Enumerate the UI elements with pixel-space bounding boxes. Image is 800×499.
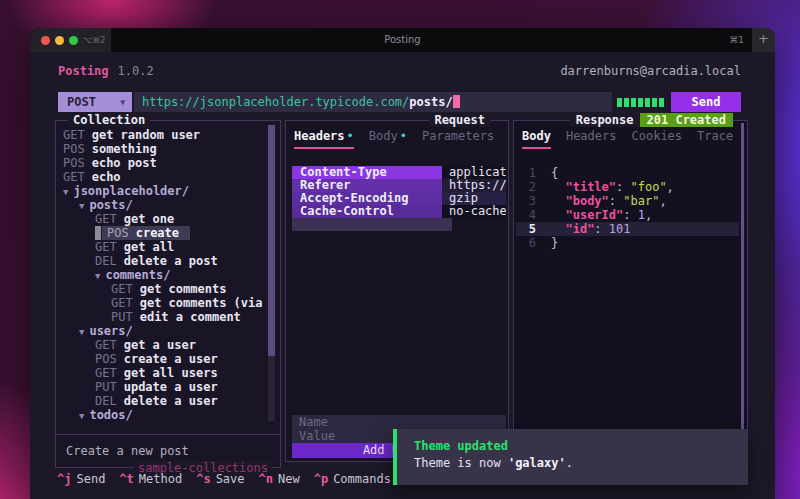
request-tab-body[interactable]: Body• [369,129,407,149]
request-tab-parameters[interactable]: Parameters [422,129,494,149]
header-value-cell: gzip [442,192,506,205]
header-name-input[interactable]: Name [292,415,506,429]
json-token: { [551,166,558,180]
collection-scrollbar[interactable] [268,125,275,421]
collection-panel-title: Collection [68,113,150,127]
request-headers-table: Content-TypeapplicationRefererhttps://ex… [292,166,506,231]
tree-item[interactable]: POScreate [58,226,266,240]
request-headers-rows: Content-TypeapplicationRefererhttps://ex… [292,166,506,218]
request-method-label: GET [95,338,117,352]
request-name-label: get comments [140,282,227,296]
keybinding-label: Commands [333,472,391,486]
header-row[interactable]: Refererhttps://exa [292,179,506,192]
keybinding-save[interactable]: ^sSave [196,471,244,487]
json-token: "body" [565,194,608,208]
activity-block [617,98,622,107]
tree-item[interactable]: GETget comments [58,282,266,296]
response-scrollbar[interactable] [741,123,744,459]
folder-name: users/ [89,324,132,338]
header-value-cell: https://exa [442,179,506,192]
headers-cursor-row[interactable] [292,218,452,231]
keybinding-key: ^t [119,472,133,486]
request-method-label: GET [95,212,117,226]
app-name-version: Posting1.0.2 [58,63,154,79]
keybinding-label: Method [139,472,182,486]
toast-notification: Theme updated Theme is now 'galaxy'. [393,429,748,485]
tab-shortcut-label: ⌘1 [729,28,744,52]
tree-folder[interactable]: ▼users/ [58,324,266,338]
json-line: 3 "body": "bar", [516,194,739,208]
keybinding-send[interactable]: ^jSend [57,471,105,487]
folder-name: jsonplaceholder/ [73,184,189,198]
header-row[interactable]: Cache-Controlno-cache [292,205,506,218]
request-tab-headers[interactable]: Headers• [294,129,354,149]
response-tab-trace[interactable]: Trace [697,129,733,149]
tree-item[interactable]: DELdelete a user [58,394,266,408]
request-name-label: echo post [92,156,157,170]
activity-block [631,98,636,107]
line-number: 2 [516,180,536,194]
response-title-group: Response201 Created [570,113,733,127]
header-row[interactable]: Content-Typeapplication [292,166,506,179]
header-name-cell: Referer [292,179,442,192]
keybinding-label: Save [216,472,245,486]
chevron-down-icon: ▼ [120,93,125,113]
json-token: 101 [609,222,631,236]
tree-item[interactable]: GETget all users [58,366,266,380]
tree-item[interactable]: GETget all [58,240,266,254]
folder-caret-icon: ▼ [63,187,68,197]
tree-item[interactable]: PUTedit a comment [58,310,266,324]
response-tab-body[interactable]: Body [522,129,551,149]
tree-item[interactable]: POSsomething [58,142,266,156]
request-name-label: get comments (via p [140,296,266,310]
tree-folder[interactable]: ▼posts/ [58,198,266,212]
request-method-label: POS [95,352,117,366]
tree-item[interactable]: GETget a user [58,338,266,352]
tree-item[interactable]: GETget comments (via p [58,296,266,310]
keybinding-new[interactable]: ^nNew [259,471,300,487]
new-tab-button[interactable]: + [752,28,775,52]
line-number: 5 [516,222,536,236]
json-token: , [667,180,674,194]
keybinding-label: Send [76,472,105,486]
tree-item[interactable]: DELdelete a post [58,254,266,268]
request-method-label: GET [111,296,133,310]
tree-item[interactable]: GETget random user [58,128,266,142]
url-input[interactable]: https://jsonplaceholder.typicode.com/pos… [134,92,612,112]
modified-dot-icon: • [400,129,407,143]
header-name-cell: Cache-Control [292,205,442,218]
request-name-label: edit a comment [140,310,241,324]
json-line: 5 "id": 101 [516,222,739,236]
json-line: 1{ [516,166,739,180]
keybinding-commands[interactable]: ^pCommands [314,471,391,487]
request-name-label: delete a post [124,254,218,268]
tree-folder[interactable]: ▼todos/ [58,408,266,422]
header-name-cell: Content-Type [292,166,442,179]
json-token: , [659,194,666,208]
tree-item[interactable]: GETecho [58,170,266,184]
tree-folder[interactable]: ▼comments/ [58,268,266,282]
tree-item[interactable]: GETget one [58,212,266,226]
folder-caret-icon: ▼ [79,411,84,421]
send-button[interactable]: Send [671,92,741,112]
keybinding-method[interactable]: ^tMethod [119,471,182,487]
response-tab-headers[interactable]: Headers [566,129,617,149]
line-number: 6 [516,236,536,250]
response-tab-cookies[interactable]: Cookies [631,129,682,149]
response-tabs: BodyHeadersCookiesTrace [522,129,745,153]
header-row[interactable]: Accept-Encodinggzip [292,192,506,205]
tree-item[interactable]: POScreate a user [58,352,266,366]
http-method-value: POST [67,95,96,109]
collection-tree: GETget random userPOSsomethingPOSecho po… [58,128,266,425]
tree-folder[interactable]: ▼jsonplaceholder/ [58,184,266,198]
scrollbar-thumb[interactable] [268,125,275,356]
request-method-label: GET [111,282,133,296]
request-name-label: get random user [92,128,200,142]
json-token [551,194,565,208]
tree-item[interactable]: POSecho post [58,156,266,170]
tree-item[interactable]: PUTupdate a user [58,380,266,394]
footer-keybindings: ^jSend^tMethod^sSave^nNew^pCommands [57,471,391,487]
folder-caret-icon: ▼ [79,201,84,211]
http-method-select[interactable]: POST ▼ [58,92,132,112]
keybinding-key: ^p [314,472,328,486]
